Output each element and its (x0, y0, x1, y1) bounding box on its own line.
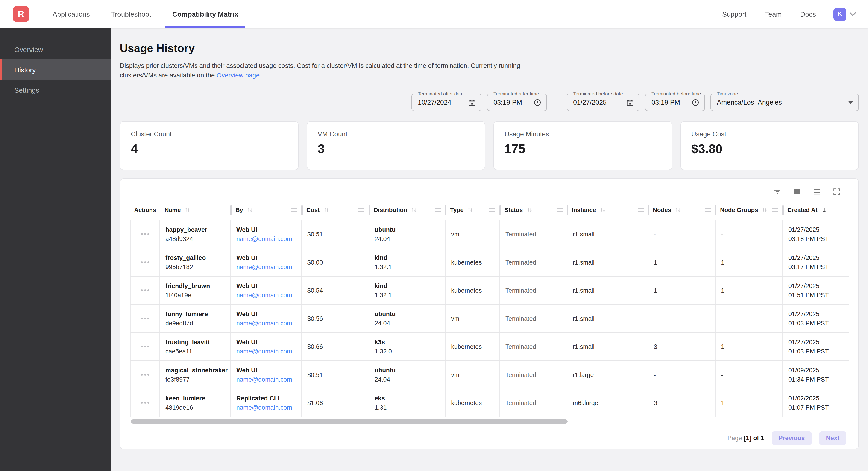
column-menu-icon[interactable] (772, 208, 778, 212)
fullscreen-icon[interactable] (833, 187, 841, 196)
pagination: Page[1] of 1 Previous Next (130, 431, 849, 445)
previous-page-button[interactable]: Previous (772, 431, 812, 445)
cell-name: funny_lumiere de9ed87d (160, 305, 231, 332)
terminated-after-date-input[interactable]: Terminated after date 10/27/2024 (411, 93, 482, 111)
density-icon[interactable] (813, 187, 821, 196)
column-header-instance[interactable]: Instance (567, 200, 648, 220)
status-badge: Terminated (505, 399, 561, 406)
dropdown-arrow-icon[interactable] (848, 101, 853, 104)
docs-link[interactable]: Docs (800, 10, 816, 18)
column-header-status[interactable]: Status (500, 200, 567, 220)
column-menu-icon[interactable] (291, 208, 297, 212)
column-header-node-groups[interactable]: Node Groups (715, 200, 783, 220)
support-link[interactable]: Support (722, 10, 746, 18)
cell-created-at: 01/27/2025 01:51 PM PST (783, 276, 849, 304)
overview-page-link[interactable]: Overview page (217, 71, 259, 79)
nav-item-compatibility-matrix[interactable]: Compatibility Matrix (165, 0, 245, 28)
column-menu-icon[interactable] (557, 208, 562, 212)
column-header-created-at[interactable]: Created At (783, 200, 849, 220)
sort-icon[interactable] (246, 206, 253, 213)
sidebar-item-history[interactable]: History (0, 59, 111, 80)
avatar[interactable]: K (833, 8, 846, 21)
table-row: keen_lumiere 4819de16 Replicated CLI nam… (130, 389, 849, 417)
email-link[interactable]: name@domain.com (236, 235, 296, 242)
team-link[interactable]: Team (765, 10, 782, 18)
cell-distribution: kind 1.32.1 (369, 276, 445, 304)
cell-type: vm (445, 220, 500, 248)
column-menu-icon[interactable] (435, 208, 441, 212)
page-indicator: Page[1] of 1 (727, 435, 764, 442)
clock-icon[interactable] (533, 98, 541, 106)
horizontal-scrollbar-thumb[interactable] (131, 419, 568, 423)
page-title: Usage History (120, 42, 859, 55)
cell-type: vm (445, 361, 500, 388)
cell-instance: r1.small (567, 305, 648, 332)
sort-icon[interactable] (467, 206, 474, 213)
nav-item-troubleshoot[interactable]: Troubleshoot (104, 0, 158, 28)
column-header-type[interactable]: Type (445, 200, 500, 220)
cell-name: friendly_brown 1f40a19e (160, 276, 231, 304)
clock-icon[interactable] (691, 98, 700, 106)
sort-icon[interactable] (526, 206, 533, 213)
terminated-before-date-input[interactable]: Terminated before date 01/27/2025 (567, 93, 640, 111)
row-actions-menu-icon[interactable] (140, 289, 150, 291)
table-row: happy_beaver a48d9324 Web UI name@domain… (130, 220, 849, 248)
sort-icon[interactable] (599, 206, 606, 213)
row-actions-menu-icon[interactable] (140, 318, 150, 319)
logo-letter: R (18, 9, 24, 19)
cell-cost: $0.54 (302, 276, 369, 304)
row-actions-menu-icon[interactable] (140, 233, 150, 235)
column-header-distribution[interactable]: Distribution (369, 200, 445, 220)
cell-distribution: kind 1.32.1 (369, 248, 445, 276)
sort-icon[interactable] (674, 206, 681, 213)
row-actions-menu-icon[interactable] (140, 346, 150, 348)
sidebar-item-settings[interactable]: Settings (0, 80, 111, 100)
nav-item-applications[interactable]: Applications (45, 0, 97, 28)
sort-icon[interactable] (323, 206, 330, 213)
column-menu-icon[interactable] (359, 208, 365, 212)
email-link[interactable]: name@domain.com (236, 376, 296, 383)
row-actions-menu-icon[interactable] (140, 402, 150, 404)
calendar-icon[interactable] (468, 98, 476, 106)
cell-created-at: 01/09/2025 01:34 PM PST (783, 361, 849, 388)
sort-desc-icon[interactable] (821, 206, 828, 214)
timezone-select[interactable]: Timezone America/Los_Angeles (710, 93, 859, 111)
cell-name: frosty_galileo 995b7182 (160, 248, 231, 276)
cell-actions (130, 248, 160, 276)
table-header-row: Actions Name By Cost (130, 200, 849, 220)
next-page-button[interactable]: Next (819, 431, 846, 445)
column-menu-icon[interactable] (705, 208, 711, 212)
email-link[interactable]: name@domain.com (236, 404, 296, 411)
calendar-icon[interactable] (626, 98, 634, 106)
terminated-before-time-input[interactable]: Terminated before time 03:19 PM (645, 93, 705, 111)
cell-nodes: - (648, 305, 715, 332)
row-actions-menu-icon[interactable] (140, 374, 150, 376)
row-actions-menu-icon[interactable] (140, 261, 150, 263)
email-link[interactable]: name@domain.com (236, 348, 296, 355)
column-menu-icon[interactable] (489, 208, 495, 212)
horizontal-scrollbar (130, 419, 849, 424)
sort-icon[interactable] (761, 206, 768, 213)
topbar-left: R Applications Troubleshoot Compatibilit… (13, 0, 249, 28)
sort-icon[interactable] (410, 206, 417, 213)
chevron-down-icon[interactable] (849, 12, 856, 16)
column-header-nodes[interactable]: Nodes (648, 200, 715, 220)
columns-icon[interactable] (793, 187, 801, 196)
terminated-after-time-input[interactable]: Terminated after time 03:19 PM (487, 93, 547, 111)
cell-status: Terminated (500, 276, 567, 304)
sidebar-item-overview[interactable]: Overview (0, 39, 111, 59)
status-badge: Terminated (505, 259, 561, 266)
cell-cost: $0.51 (302, 361, 369, 388)
replicated-logo[interactable]: R (13, 6, 29, 22)
email-link[interactable]: name@domain.com (236, 263, 296, 270)
filter-icon[interactable] (773, 187, 781, 196)
sort-icon[interactable] (184, 206, 191, 213)
column-header-by[interactable]: By (231, 200, 302, 220)
status-badge: Terminated (505, 231, 561, 238)
email-link[interactable]: name@domain.com (236, 320, 296, 326)
column-header-cost[interactable]: Cost (302, 200, 369, 220)
column-header-name[interactable]: Name (160, 200, 231, 220)
email-link[interactable]: name@domain.com (236, 292, 296, 298)
cell-by: Web UI name@domain.com (231, 333, 302, 360)
column-menu-icon[interactable] (638, 208, 644, 212)
